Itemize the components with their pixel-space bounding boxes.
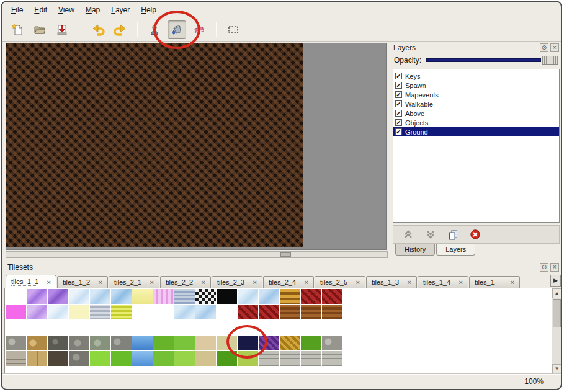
tileset-tile[interactable] — [322, 336, 342, 350]
tileset-tile[interactable] — [90, 336, 110, 350]
tileset-tile[interactable] — [322, 305, 342, 319]
tileset-tile[interactable] — [301, 289, 321, 304]
layer-row-objects[interactable]: ✓Objects — [393, 118, 559, 127]
new-file-button[interactable] — [8, 20, 27, 39]
tab-close-icon[interactable]: × — [150, 279, 154, 285]
tab-close-icon[interactable]: × — [356, 279, 360, 285]
move-layer-up-button[interactable] — [402, 228, 414, 241]
tileset-tile[interactable] — [27, 351, 47, 366]
tileset-tile[interactable] — [6, 351, 26, 366]
tileset-tile[interactable] — [195, 336, 216, 350]
opacity-slider-handle[interactable] — [542, 56, 558, 65]
tileset-tile[interactable] — [6, 336, 26, 350]
tab-close-icon[interactable]: × — [99, 279, 102, 285]
layer-visibility-checkbox[interactable]: ✓ — [395, 128, 402, 135]
tileset-tile[interactable] — [48, 305, 68, 319]
layer-visibility-checkbox[interactable]: ✓ — [395, 100, 402, 107]
tileset-tab-tiles_1_1[interactable]: tiles_1_1× — [6, 275, 56, 288]
layer-visibility-checkbox[interactable]: ✓ — [395, 91, 402, 98]
tileset-tile[interactable] — [195, 289, 216, 304]
vertical-scrollbar-thumb[interactable] — [553, 299, 561, 327]
tileset-tab-tiles_1_2[interactable]: tiles_1_2× — [57, 276, 108, 288]
eraser-tool-button[interactable] — [190, 20, 208, 39]
tileset-tile[interactable] — [238, 336, 258, 350]
tab-close-icon[interactable]: × — [202, 279, 205, 285]
tab-close-icon[interactable]: × — [47, 279, 51, 285]
tileset-tile[interactable] — [195, 305, 216, 319]
tileset-tile[interactable] — [69, 305, 89, 319]
tileset-tile[interactable] — [111, 351, 132, 366]
tileset-tile[interactable] — [301, 351, 321, 366]
tileset-tile[interactable] — [111, 336, 132, 350]
tileset-tile[interactable] — [153, 351, 174, 366]
tab-history[interactable]: History — [395, 244, 435, 256]
layer-visibility-checkbox[interactable]: ✓ — [395, 82, 402, 89]
tileset-tile[interactable] — [132, 336, 153, 350]
tileset-tile[interactable] — [27, 336, 47, 350]
tab-close-icon[interactable]: × — [408, 279, 411, 285]
tileset-tile[interactable] — [153, 289, 174, 304]
tab-close-icon[interactable]: × — [511, 279, 514, 285]
tileset-tile[interactable] — [48, 336, 68, 350]
tileset-tab-tiles_2_1[interactable]: tiles_2_1× — [109, 276, 159, 288]
tileset-tile[interactable] — [153, 336, 174, 350]
tileset-tile[interactable] — [6, 305, 26, 319]
tileset-tile[interactable] — [195, 351, 216, 366]
tileset-tab-tiles_1_3[interactable]: tiles_1_3× — [366, 276, 417, 288]
scroll-up-button[interactable]: ▲ — [552, 288, 562, 298]
tileset-tile[interactable] — [280, 289, 300, 304]
menu-help[interactable]: Help — [135, 3, 162, 17]
tileset-tile[interactable] — [217, 289, 237, 304]
tileset-tile[interactable] — [111, 289, 132, 304]
duplicate-layer-button[interactable] — [447, 228, 459, 241]
tileset-tile[interactable] — [280, 336, 300, 350]
tileset-tile[interactable] — [217, 351, 237, 366]
map-canvas[interactable] — [6, 43, 303, 247]
tileset-tile[interactable] — [48, 289, 68, 304]
tab-layers[interactable]: Layers — [436, 244, 475, 256]
tileset-tile[interactable] — [27, 289, 47, 304]
tileset-tile[interactable] — [174, 351, 195, 366]
tileset-tile[interactable] — [90, 351, 110, 366]
tileset-tile[interactable] — [27, 305, 47, 319]
tab-close-icon[interactable]: × — [253, 279, 257, 285]
delete-layer-button[interactable] — [469, 228, 481, 241]
tileset-tab-tiles_2_3[interactable]: tiles_2_3× — [212, 276, 262, 288]
open-file-button[interactable] — [30, 20, 49, 39]
tileset-tile[interactable] — [174, 336, 195, 350]
opacity-slider[interactable] — [426, 55, 558, 65]
tileset-tab-tiles_2_4[interactable]: tiles_2_4× — [263, 276, 314, 288]
tileset-tile[interactable] — [48, 351, 68, 366]
menu-file[interactable]: File — [6, 3, 29, 17]
menu-layer[interactable]: Layer — [105, 3, 135, 17]
fill-tool-button[interactable] — [168, 20, 186, 39]
map-viewport[interactable] — [6, 43, 387, 250]
float-panel-icon[interactable]: ⊙ — [540, 263, 548, 272]
tileset-tile[interactable] — [238, 289, 258, 304]
move-layer-down-button[interactable] — [424, 228, 437, 241]
horizontal-scrollbar-thumb[interactable] — [280, 252, 291, 257]
tileset-tile[interactable] — [301, 336, 321, 350]
layer-row-above[interactable]: ✓Above — [393, 109, 559, 118]
tab-close-icon[interactable]: × — [305, 279, 308, 285]
tileset-tile[interactable] — [259, 305, 279, 319]
layer-visibility-checkbox[interactable]: ✓ — [395, 73, 402, 79]
tab-close-icon[interactable]: × — [459, 279, 463, 285]
tileset-tile[interactable] — [259, 336, 279, 350]
tileset-tile[interactable] — [90, 289, 110, 304]
layer-row-keys[interactable]: ✓Keys — [393, 71, 559, 81]
tileset-tab-tiles_1_4[interactable]: tiles_1_4× — [418, 276, 468, 288]
tileset-tile[interactable] — [111, 305, 132, 319]
layer-row-mapevents[interactable]: ✓Mapevents — [393, 90, 559, 99]
tileset-tile[interactable] — [174, 289, 195, 304]
rect-select-tool-button[interactable] — [224, 20, 243, 39]
tileset-tile[interactable] — [280, 305, 300, 319]
layer-row-spawn[interactable]: ✓Spawn — [393, 81, 559, 90]
layer-row-walkable[interactable]: ✓Walkable — [393, 99, 559, 109]
tileset-tile[interactable] — [259, 351, 279, 366]
close-panel-icon[interactable]: × — [550, 263, 559, 272]
tileset-tile[interactable] — [217, 305, 237, 319]
menu-view[interactable]: View — [53, 3, 80, 17]
tileset-tab-tiles_1[interactable]: tiles_1× — [469, 276, 520, 288]
tileset-tile[interactable] — [6, 289, 26, 304]
